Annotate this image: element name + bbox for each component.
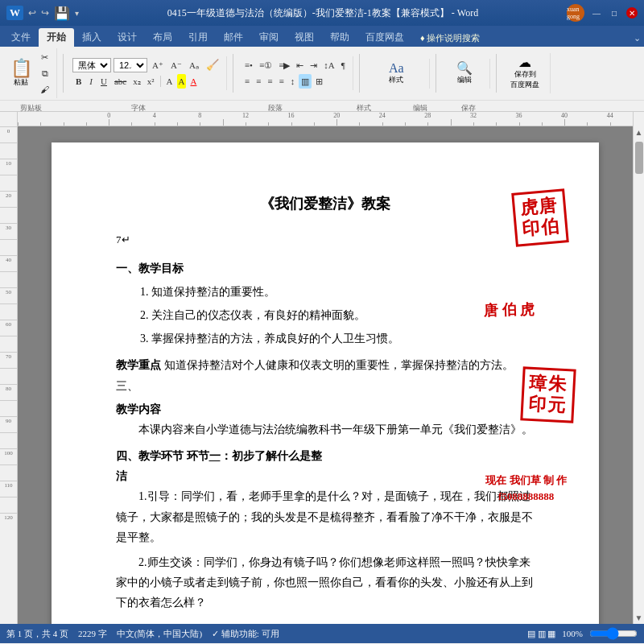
list-item-2: 2. 关注自己的仪态仪表，有良好的精神面貌。 bbox=[140, 305, 535, 325]
italic-button[interactable]: I bbox=[86, 74, 96, 89]
editing-group-label: 编辑 bbox=[396, 99, 444, 114]
vertical-scrollbar[interactable]: ▲ ▼ bbox=[633, 126, 644, 624]
status-left: 第 1 页，共 4 页 2229 字 中文(简体，中国大陆) ✓ 辅助功能: 可… bbox=[6, 628, 279, 640]
ribbon-collapse-icon[interactable]: ⌄ bbox=[634, 33, 641, 47]
font-color-button[interactable]: A bbox=[188, 74, 199, 89]
paste-icon: 📋 bbox=[10, 60, 32, 77]
paragraph-group: ≡• ≡① ≡▶ ⇤ ⇥ ↕A ¶ ≡ ≡ ≡ ≡ ↕ ▥ ⊞ bbox=[239, 56, 353, 90]
styles-icon: Aa bbox=[389, 62, 404, 75]
titlebar-left: W ↩ ↪ 💾 ▾ bbox=[6, 6, 79, 21]
paste-button[interactable]: 📋 粘贴 bbox=[6, 58, 35, 89]
title-text: 0415一年级道德与法治（统编版）-我们爱整洁-1教案【兼容模式】 - Word bbox=[167, 7, 478, 19]
align-right-button[interactable]: ≡ bbox=[265, 74, 275, 89]
tab-layout[interactable]: 布局 bbox=[145, 28, 180, 47]
status-bar: 第 1 页，共 4 页 2229 字 中文(简体，中国大陆) ✓ 辅助功能: 可… bbox=[0, 624, 644, 643]
section3-label: 教学内容 bbox=[116, 403, 161, 415]
save-icon[interactable]: 💾 bbox=[54, 6, 70, 21]
line-spacing-button[interactable]: ↕ bbox=[288, 74, 298, 89]
text-highlight-button[interactable]: A bbox=[177, 74, 187, 89]
font-grow-button[interactable]: A⁺ bbox=[150, 58, 166, 72]
list-item-3-text: 3. 掌握保持整洁的方法，养成良好的个人卫生习惯。 bbox=[140, 332, 399, 345]
tab-review[interactable]: 审阅 bbox=[251, 28, 287, 47]
editing-button[interactable]: 🔍 编辑 bbox=[450, 60, 479, 87]
bullets-button[interactable]: ≡• bbox=[242, 58, 255, 72]
format-painter-button[interactable]: 🖌 bbox=[38, 82, 52, 97]
section2-block: 教学重点 知道保持整洁对个人健康和仪表文明的重要性，掌握保持整洁的方法。 三、 bbox=[116, 355, 535, 395]
font-shrink-button[interactable]: A⁻ bbox=[168, 58, 184, 72]
align-left-button[interactable]: ≡ bbox=[242, 74, 252, 89]
watermark-tang: 唐 伯 虎 bbox=[483, 296, 535, 324]
baidu-save-label: 保存到 百度网盘 bbox=[510, 69, 539, 90]
section4-heading: 四、教学环节 环节一：初步了解什么是整 bbox=[116, 450, 322, 462]
text-effect-button[interactable]: A bbox=[164, 74, 175, 89]
divider5 bbox=[496, 54, 497, 93]
tab-design[interactable]: 设计 bbox=[109, 28, 145, 47]
decrease-indent-button[interactable]: ⇤ bbox=[294, 58, 306, 72]
styles-label: 样式 bbox=[389, 75, 403, 85]
increase-indent-button[interactable]: ⇥ bbox=[308, 58, 320, 72]
list-item-1-text: 1. 知道保持整洁的重要性。 bbox=[140, 286, 275, 298]
bold-button[interactable]: B bbox=[72, 74, 85, 89]
tab-view[interactable]: 视图 bbox=[287, 28, 322, 47]
clear-format-button[interactable]: 🧹 bbox=[204, 58, 221, 72]
para1: 1.引导：同学们，看，老师手里拿的是什么？对，是面镜子，现在，我们都照过镜子，大… bbox=[116, 486, 535, 547]
paste-label: 粘贴 bbox=[14, 77, 28, 88]
tab-baidu[interactable]: 百度网盘 bbox=[357, 28, 412, 47]
tab-references[interactable]: 引用 bbox=[180, 28, 216, 47]
tab-help[interactable]: 帮助 bbox=[322, 28, 357, 47]
scroll-thumb[interactable] bbox=[635, 142, 643, 174]
redo-icon[interactable]: ↪ bbox=[41, 7, 49, 19]
font-family-select[interactable]: 黑体 宋体 楷体 bbox=[72, 58, 111, 72]
sort-button[interactable]: ↕A bbox=[321, 58, 336, 72]
section3-content: 本课内容来自小学道德与法治统编教科书一年级下册第一单元《我们爱整洁》。 bbox=[116, 419, 535, 440]
user-badge[interactable]: xuan gong bbox=[567, 4, 584, 22]
multilevel-button[interactable]: ≡▶ bbox=[276, 58, 292, 72]
tab-file[interactable]: 文件 bbox=[3, 28, 39, 47]
close-button[interactable]: ✕ bbox=[626, 7, 638, 19]
stamp2-line1: 璋朱 bbox=[529, 373, 568, 396]
baidu-group-label: 保存 bbox=[444, 99, 493, 114]
scroll-up-arrow[interactable]: ▲ bbox=[634, 126, 644, 138]
clipboard-group-label: 剪贴板 bbox=[3, 99, 58, 114]
baidu-save-button[interactable]: ☁ 保存到 百度网盘 bbox=[507, 55, 543, 92]
tab-mailings[interactable]: 邮件 bbox=[216, 28, 251, 47]
align-center-button[interactable]: ≡ bbox=[254, 74, 263, 89]
superscript-button[interactable]: x² bbox=[145, 74, 157, 89]
subscript-button[interactable]: x₂ bbox=[130, 74, 143, 89]
ruler-container: 048121620242832364044 bbox=[0, 112, 644, 126]
show-marks-button[interactable]: ¶ bbox=[339, 58, 348, 72]
justify-button[interactable]: ≡ bbox=[277, 74, 287, 89]
layout-icons[interactable]: ▤ ▥ ▦ bbox=[527, 629, 556, 639]
change-case-button[interactable]: Aₐ bbox=[187, 58, 201, 72]
tab-insert[interactable]: 插入 bbox=[74, 28, 109, 47]
document-page: 虎唐 印伯 唐 伯 虎 璋朱 印元 现在 我们草 制 作 f5088888888… bbox=[52, 142, 599, 624]
word-logo-icon: W bbox=[6, 6, 23, 20]
list-item-3: 3. 掌握保持整洁的方法，养成良好的个人卫生习惯。 bbox=[140, 328, 535, 349]
minimize-button[interactable]: — bbox=[591, 7, 602, 19]
maximize-button[interactable]: □ bbox=[609, 7, 620, 19]
tab-home[interactable]: 开始 bbox=[39, 28, 74, 47]
font-size-select[interactable]: 12.5 12 14 bbox=[114, 58, 147, 72]
stamp-2: 璋朱 印元 bbox=[520, 366, 576, 423]
copy-button[interactable]: ⧉ bbox=[38, 66, 52, 80]
styles-button[interactable]: Aa 样式 bbox=[382, 60, 411, 87]
cut-button[interactable]: ✂ bbox=[38, 50, 52, 64]
strikethrough-button[interactable]: abc bbox=[112, 74, 129, 89]
divider1 bbox=[63, 54, 64, 93]
section3-block: 教学内容 本课内容来自小学道德与法治统编教科书一年级下册第一单元《我们爱整洁》。 bbox=[116, 399, 535, 440]
clipboard-group: 📋 粘贴 ✂ ⧉ 🖌 bbox=[3, 48, 57, 98]
numbering-button[interactable]: ≡① bbox=[257, 58, 275, 72]
shading-button[interactable]: ▥ bbox=[299, 74, 312, 89]
zoom-slider[interactable] bbox=[589, 627, 638, 640]
undo-icon[interactable]: ↩ bbox=[28, 7, 36, 19]
borders-button[interactable]: ⊞ bbox=[313, 74, 325, 89]
tab-search[interactable]: ♦ 操作说明搜索 bbox=[412, 30, 488, 47]
main-area: 0102030405060708090100110120 虎唐 印伯 唐 伯 虎… bbox=[0, 126, 644, 624]
accessibility: ✓ 辅助功能: 可用 bbox=[212, 628, 279, 640]
vertical-ruler: 0102030405060708090100110120 bbox=[0, 126, 18, 624]
document-area[interactable]: 虎唐 印伯 唐 伯 虎 璋朱 印元 现在 我们草 制 作 f5088888888… bbox=[18, 126, 633, 624]
page-num-mark: 7↵ bbox=[116, 229, 535, 250]
scroll-down-arrow[interactable]: ▼ bbox=[634, 612, 644, 624]
underline-button[interactable]: U bbox=[97, 74, 110, 89]
font-group: 黑体 宋体 楷体 12.5 12 14 A⁺ A⁻ Aₐ 🧹 B I U abc bbox=[69, 56, 227, 90]
